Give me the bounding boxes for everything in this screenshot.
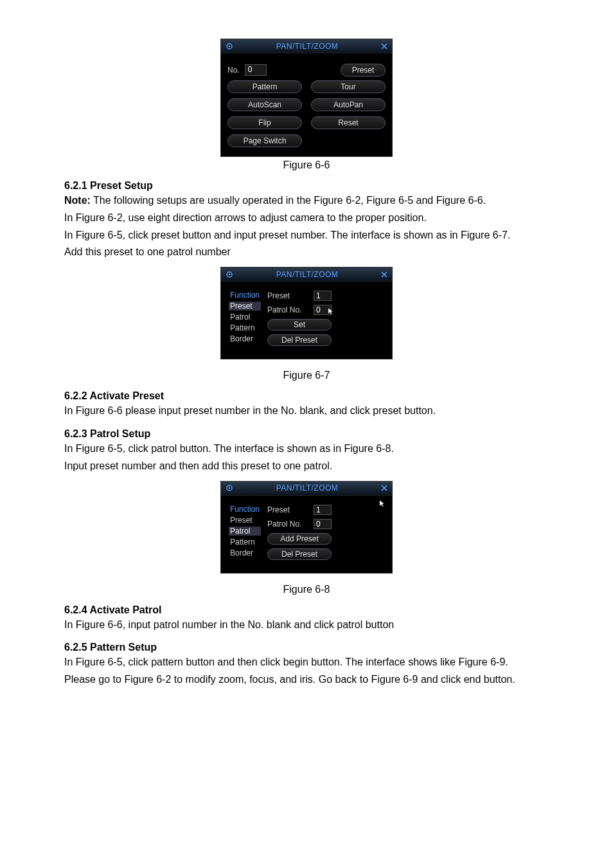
para-6-2-4-a: In Figure 6-6, input patrol number in th… <box>64 617 549 633</box>
heading-6-2-4: 6.2.4 Activate Patrol <box>64 604 549 616</box>
func-item-patrol-68[interactable]: Patrol <box>229 527 261 536</box>
preset-label-67: Preset <box>267 291 308 300</box>
panel-title-bar-67: PAN/TILT/ZOOM <box>221 267 392 282</box>
patrolno-input-68[interactable]: 0 <box>314 519 332 529</box>
para-6-2-5-a: In Figure 6-5, click pattern button and … <box>64 655 549 671</box>
panel-title-bar: PAN/TILT/ZOOM <box>221 39 392 53</box>
close-icon[interactable] <box>379 41 389 51</box>
func-item-patrol[interactable]: Patrol <box>229 312 261 321</box>
ptz-panel-6-6: PAN/TILT/ZOOM No. 0 Preset Pattern Tour … <box>220 39 393 157</box>
preset-label-68: Preset <box>267 505 308 514</box>
panel-title-text: PAN/TILT/ZOOM <box>235 42 379 51</box>
figure-caption-6-8: Figure 6-8 <box>64 584 549 595</box>
set-button-67[interactable]: Set <box>267 319 332 330</box>
panel-title-bar-68: PAN/TILT/ZOOM <box>221 482 392 496</box>
add-preset-button-68[interactable]: Add Preset <box>267 533 332 545</box>
tour-button[interactable]: Tour <box>311 80 386 93</box>
svg-point-1 <box>229 45 231 47</box>
right-column-67: Preset 1 Patrol No. 0 Set Del Preset <box>267 291 332 346</box>
autopan-button[interactable]: AutoPan <box>311 98 386 111</box>
svg-point-3 <box>229 273 231 275</box>
del-preset-button-67[interactable]: Del Preset <box>267 334 332 346</box>
para-6-2-1-a: The following setups are usually operate… <box>91 195 486 206</box>
func-item-preset-68[interactable]: Preset <box>229 516 261 525</box>
heading-6-2-3: 6.2.3 Patrol Setup <box>64 428 549 440</box>
del-preset-button-68[interactable]: Del Preset <box>267 548 332 560</box>
cursor-icon-68 <box>379 500 386 507</box>
no-label: No. <box>227 66 240 75</box>
panel-title-text-67: PAN/TILT/ZOOM <box>235 270 379 279</box>
panel-body: No. 0 Preset Pattern Tour AutoScan AutoP… <box>221 53 392 156</box>
camera-icon-68 <box>224 483 235 493</box>
function-list-67[interactable]: Function Preset Patrol Pattern Border <box>229 291 261 346</box>
para-6-2-3-b: Input preset number and then add this pr… <box>64 458 549 475</box>
camera-icon <box>224 41 235 51</box>
preset-input-67[interactable]: 1 <box>314 291 332 301</box>
para-6-2-1-c: In Figure 6-5, click preset button and i… <box>64 228 549 244</box>
camera-icon <box>224 269 235 280</box>
figure-6-8-container: PAN/TILT/ZOOM Function Preset Patrol Pat… <box>64 481 549 595</box>
ptz-panel-6-7: PAN/TILT/ZOOM Function Preset Patrol Pat… <box>220 267 393 359</box>
para-6-2-1-b: In Figure 6-2, use eight direction arrow… <box>64 210 549 226</box>
note-label: Note: <box>64 195 91 206</box>
patrolno-input-67[interactable]: 0 <box>314 305 332 315</box>
page-switch-button[interactable]: Page Switch <box>227 134 302 147</box>
flip-button[interactable]: Flip <box>227 116 302 129</box>
para-6-2-5-b: Please go to Figure 6-2 to modify zoom, … <box>64 672 549 688</box>
figure-caption-6-7: Figure 6-7 <box>64 370 549 381</box>
close-icon-68[interactable] <box>379 483 389 493</box>
func-item-border[interactable]: Border <box>229 334 261 343</box>
autoscan-button[interactable]: AutoScan <box>227 98 302 111</box>
func-item-function-68: Function <box>229 505 261 514</box>
heading-6-2-2: 6.2.2 Activate Preset <box>64 390 549 402</box>
ptz-panel-6-8: PAN/TILT/ZOOM Function Preset Patrol Pat… <box>220 481 393 574</box>
para-6-2-2-a: In Figure 6-6 please input preset number… <box>64 403 549 419</box>
preset-input-68[interactable]: 1 <box>314 505 332 515</box>
close-icon-67[interactable] <box>379 269 389 280</box>
para-6-2-3-a: In Figure 6-5, click patrol button. The … <box>64 441 549 457</box>
func-item-pattern-68[interactable]: Pattern <box>229 538 261 547</box>
right-column-68: Preset 1 Patrol No. 0 Add Preset Del Pre… <box>267 505 332 560</box>
pattern-button[interactable]: Pattern <box>227 80 302 93</box>
figure-caption-6-6: Figure 6-6 <box>64 159 549 171</box>
function-list-68[interactable]: Function Preset Patrol Pattern Border <box>229 505 261 560</box>
panel-title-text-68: PAN/TILT/ZOOM <box>235 484 379 493</box>
patrolno-label-68: Patrol No. <box>267 520 308 529</box>
para-6-2-1-d: Add this preset to one patrol number <box>64 244 549 260</box>
panel-body-68: Function Preset Patrol Pattern Border Pr… <box>221 496 392 573</box>
preset-button[interactable]: Preset <box>341 64 386 77</box>
svg-point-5 <box>229 487 231 489</box>
patrolno-label-67: Patrol No. <box>267 305 308 314</box>
heading-6-2-5: 6.2.5 Pattern Setup <box>64 642 549 653</box>
figure-6-6-container: PAN/TILT/ZOOM No. 0 Preset Pattern Tour … <box>64 39 549 171</box>
panel-body-67: Function Preset Patrol Pattern Border Pr… <box>221 282 392 359</box>
func-item-border-68[interactable]: Border <box>229 548 261 557</box>
func-item-pattern[interactable]: Pattern <box>229 323 261 332</box>
figure-6-7-container: PAN/TILT/ZOOM Function Preset Patrol Pat… <box>64 267 549 381</box>
no-input[interactable]: 0 <box>245 64 267 76</box>
para-6-2-1-note: Note: The following setups are usually o… <box>64 193 549 209</box>
reset-button[interactable]: Reset <box>311 116 386 129</box>
heading-6-2-1: 6.2.1 Preset Setup <box>64 180 549 192</box>
func-item-function: Function <box>229 291 261 300</box>
func-item-preset[interactable]: Preset <box>229 302 261 311</box>
